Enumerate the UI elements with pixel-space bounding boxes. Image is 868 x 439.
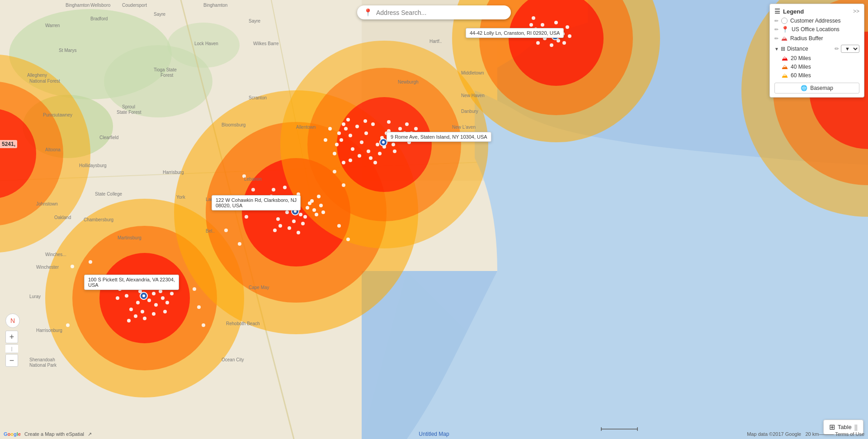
edit-icon-distance[interactable]: ✏ — [835, 46, 839, 52]
svg-point-128 — [529, 23, 533, 27]
svg-point-153 — [294, 210, 297, 213]
svg-point-146 — [193, 287, 196, 291]
zoom-track: | — [5, 344, 18, 353]
hamburger-icon: ☰ — [774, 8, 780, 15]
svg-text:Winchester: Winchester — [36, 265, 59, 270]
svg-point-62 — [303, 215, 307, 219]
bottom-bar: Google Create a Map with eSpatial ↗ Unti… — [0, 429, 868, 439]
svg-text:Hollidaysburg: Hollidaysburg — [79, 163, 107, 168]
svg-point-136 — [233, 201, 237, 205]
search-input[interactable] — [376, 9, 505, 16]
distance-20-label: 20 Miles — [791, 55, 811, 61]
svg-point-82 — [371, 122, 375, 126]
svg-point-94 — [385, 131, 388, 135]
svg-point-137 — [245, 215, 248, 219]
svg-text:Tioga State: Tioga State — [154, 67, 177, 72]
svg-point-75 — [283, 186, 287, 189]
svg-point-77 — [258, 199, 262, 203]
zoom-out-button[interactable]: − — [5, 354, 18, 367]
distance-dropdown[interactable]: ▼ — [841, 45, 859, 53]
svg-point-147 — [197, 305, 201, 309]
basemap-button[interactable]: 🌐 Basemap — [774, 83, 859, 93]
svg-text:Shenandoah: Shenandoah — [29, 357, 55, 362]
svg-point-30 — [132, 283, 135, 286]
svg-point-40 — [141, 310, 144, 313]
svg-point-67 — [308, 201, 311, 205]
office-pin-icon: 📍 — [781, 26, 789, 33]
svg-point-35 — [136, 301, 140, 304]
svg-point-125 — [543, 37, 547, 40]
address-search-bar[interactable]: 📍 — [357, 5, 511, 19]
svg-point-113 — [328, 127, 332, 131]
terms-link[interactable]: Terms of Use — [835, 431, 864, 437]
svg-point-72 — [265, 206, 269, 210]
svg-point-139 — [238, 242, 241, 246]
svg-point-48 — [165, 301, 169, 304]
svg-point-85 — [360, 140, 363, 144]
expand-arrow[interactable]: ▼ — [774, 47, 779, 51]
svg-point-90 — [367, 149, 370, 153]
distance-60-icon: ⛰ — [782, 72, 788, 79]
svg-text:Forest: Forest — [160, 73, 174, 78]
svg-text:Newburgh: Newburgh — [398, 79, 419, 84]
svg-point-59 — [299, 213, 302, 216]
customer-addresses-label: Customer Addresses — [790, 18, 840, 24]
svg-text:New Haven: New Haven — [461, 93, 485, 98]
svg-text:Lanc..: Lanc.. — [206, 197, 218, 202]
zoom-in-button[interactable]: + — [5, 331, 18, 343]
distance-60-label: 60 Miles — [791, 72, 811, 79]
svg-point-53 — [281, 197, 284, 201]
untitled-map: Untitled Map — [419, 431, 449, 437]
svg-point-74 — [273, 229, 277, 232]
svg-point-81 — [364, 131, 368, 135]
svg-point-127 — [566, 25, 569, 29]
svg-point-132 — [568, 34, 571, 38]
legend-item-office-locations: ✏ 📍 US Office Locations — [774, 26, 859, 33]
svg-point-66 — [272, 188, 275, 191]
svg-text:Bradford: Bradford — [90, 16, 108, 21]
legend-item-radius-buffer: ✏ ⛰ Radius Buffer — [774, 35, 859, 42]
svg-point-41 — [129, 308, 133, 311]
svg-point-63 — [292, 220, 296, 223]
svg-text:Oakland: Oakland — [54, 215, 71, 220]
svg-point-64 — [276, 217, 280, 221]
edit-icon-customer[interactable]: ✏ — [774, 18, 778, 24]
svg-text:Sayre: Sayre — [249, 19, 261, 23]
svg-point-131 — [536, 41, 540, 45]
edit-icon-office[interactable]: ✏ — [774, 27, 778, 33]
edit-icon-radius[interactable]: ✏ — [774, 36, 778, 42]
svg-text:Wellsboro: Wellsboro — [90, 3, 111, 8]
svg-text:Bel..: Bel.. — [206, 229, 215, 234]
svg-text:Ocean City: Ocean City — [222, 357, 244, 362]
svg-text:Binghamton: Binghamton — [203, 3, 227, 8]
radius-buffer-label: Radius Buffer — [790, 35, 823, 42]
svg-point-71 — [315, 213, 318, 216]
svg-point-46 — [143, 317, 146, 320]
svg-text:Danbury: Danbury — [461, 109, 478, 114]
svg-point-101 — [349, 159, 352, 162]
legend-collapse-button[interactable]: >> — [853, 8, 859, 14]
map-attribution: Map data ©2017 Google 20 km——— Terms of … — [747, 431, 864, 437]
svg-text:National Forest: National Forest — [29, 79, 60, 84]
compass[interactable]: N — [5, 313, 20, 328]
svg-text:Punxsutawney: Punxsutawney — [43, 112, 72, 117]
share-icon[interactable]: ↗ — [88, 431, 92, 437]
svg-point-140 — [333, 170, 336, 173]
svg-text:Martinsburg: Martinsburg — [118, 235, 142, 240]
svg-text:Sproul: Sproul — [122, 104, 135, 109]
distance-icon-symbol: ⊞ — [781, 46, 785, 52]
svg-text:Binghamton: Binghamton — [66, 3, 90, 8]
google-logo: G — [4, 431, 8, 437]
svg-point-43 — [123, 278, 126, 282]
distance-item-60: ⛰ 60 Miles — [782, 72, 859, 79]
create-map-link[interactable]: Create a Map with eSpatial — [24, 431, 84, 437]
svg-point-52 — [163, 310, 167, 313]
svg-point-91 — [351, 147, 354, 151]
svg-point-120 — [541, 23, 544, 27]
distance-40-icon: ⛰ — [782, 63, 788, 70]
svg-point-78 — [321, 210, 325, 214]
create-link[interactable]: Google — [4, 431, 21, 437]
svg-point-117 — [407, 140, 411, 144]
svg-point-124 — [534, 28, 538, 31]
svg-point-38 — [118, 287, 122, 291]
